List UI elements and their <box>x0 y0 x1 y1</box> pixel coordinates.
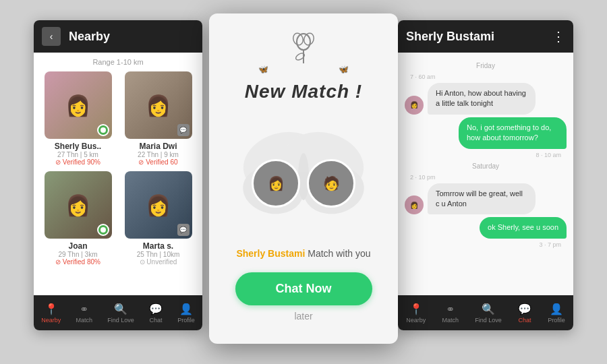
svg-point-0 <box>297 34 310 50</box>
nearby-title: Nearby <box>69 30 110 44</box>
msg-bubble-2: No, i got something to do, how about tom… <box>459 117 567 149</box>
nearby-header: ‹ Nearby <box>34 20 202 53</box>
chat-screen: Sherly Bustami ⋮ Friday 7 · 60 am 👩 Hi A… <box>398 20 573 330</box>
range-label: Range 1-10 km <box>34 53 202 69</box>
chat-avatar-small: 👩 <box>405 96 424 115</box>
msg-row-4: ok Sherly, see u soon <box>405 217 567 238</box>
time-1: 7 · 60 am <box>410 73 567 80</box>
chat-avatar-small-2: 👩 <box>405 195 424 214</box>
nav-profile[interactable]: 👤 Profile <box>177 303 195 324</box>
nearby-screen: ‹ Nearby Range 1-10 km 👩 Sherly Bus.. 27… <box>34 20 202 330</box>
match-avatars: 👩 🧑 <box>252 159 355 208</box>
butterfly-area: 👩 🧑 <box>229 116 378 237</box>
nearby-card-1[interactable]: 👩 Sherly Bus.. 27 Thn | 5 km ⊘ Verified … <box>40 71 115 166</box>
msg-row-3: 👩 Tomrrow will be great, well c u Anton <box>405 183 567 215</box>
chat-icon: 💬 <box>149 303 163 315</box>
right-match-icon: ⚭ <box>446 303 455 315</box>
rose-icon <box>289 30 318 65</box>
avatar-4: 👩 💬 <box>125 171 192 239</box>
msg-row-2: No, i got something to do, how about tom… <box>405 117 567 149</box>
nearby-card-3[interactable]: 👩 Joan 29 Thn | 3km ⊘ Verified 80% <box>40 171 115 266</box>
nearby-card-4[interactable]: 👩 💬 Marta s. 25 Thn | 10km ⊙ Unverified <box>121 171 196 266</box>
nav-findlove[interactable]: 🔍 Find Love <box>107 303 134 324</box>
chat-badge-2: 💬 <box>177 124 190 136</box>
time-2: 8 · 10 am <box>405 152 561 158</box>
day-saturday: Saturday <box>405 162 567 170</box>
match-avatar-1: 👩 <box>252 159 300 208</box>
chat-header: Sherly Bustami ⋮ <box>398 20 573 53</box>
user-name-2: Maria Dwi <box>139 142 177 151</box>
right-nearby-icon: 📍 <box>409 303 423 315</box>
right-bottom-nav: 📍 Nearby ⚭ Match 🔍 Find Love 💬 Chat 👤 Pr… <box>398 295 573 330</box>
msg-bubble-4: ok Sherly, see u soon <box>480 217 567 238</box>
butterfly-decor: 🦋 🦋 <box>245 65 362 78</box>
right-nav-nearby[interactable]: 📍 Nearby <box>406 303 426 324</box>
later-button[interactable]: later <box>294 311 312 322</box>
more-options-icon[interactable]: ⋮ <box>552 28 565 44</box>
chat-now-button[interactable]: Chat Now <box>235 272 372 305</box>
user-name-1: Sherly Bus.. <box>55 142 101 151</box>
match-description: Sherly Bustami Match with you <box>236 248 370 259</box>
match-screen: 🦋 🦋 New Match ! 👩 <box>209 13 398 344</box>
nav-chat[interactable]: 💬 Chat <box>149 303 163 324</box>
nearby-icon: 📍 <box>45 303 58 315</box>
match-top: 🦋 🦋 New Match ! <box>231 13 376 111</box>
user-verify-4: ⊙ Unverified <box>140 258 177 266</box>
user-meta-3: 29 Thn | 3km <box>59 251 98 258</box>
findlove-icon: 🔍 <box>114 303 127 315</box>
online-badge-1 <box>97 124 109 136</box>
time-4: 3 · 7 pm <box>405 241 561 248</box>
avatar-3: 👩 <box>45 171 112 239</box>
user-meta-4: 25 Thn | 10km <box>137 251 180 258</box>
day-friday: Friday <box>405 62 567 69</box>
avatar-2: 👩 💬 <box>125 71 192 139</box>
user-verify-3: ⊘ Verified 80% <box>55 258 100 266</box>
profile-icon: 👤 <box>179 303 193 315</box>
user-verify-1: ⊘ Verified 90% <box>55 158 100 166</box>
right-nav-findlove[interactable]: 🔍 Find Love <box>475 303 502 324</box>
chat-badge-4: 💬 <box>177 224 190 236</box>
match-avatar-2: 🧑 <box>307 159 355 208</box>
chat-messages: Friday 7 · 60 am 👩 Hi Anton, how about h… <box>398 53 573 295</box>
user-name-4: Marta s. <box>143 241 173 251</box>
right-profile-icon: 👤 <box>550 303 563 315</box>
right-chat-icon: 💬 <box>518 303 531 315</box>
right-nav-chat[interactable]: 💬 Chat <box>518 303 531 324</box>
match-icon: ⚭ <box>80 303 88 315</box>
nav-match[interactable]: ⚭ Match <box>76 303 92 324</box>
avatar-1: 👩 <box>45 71 112 139</box>
nearby-card-2[interactable]: 👩 💬 Maria Dwi 22 Thn | 9 km ⊘ Verified 6… <box>121 71 196 166</box>
user-meta-1: 27 Thn | 5 km <box>57 151 98 158</box>
nav-nearby[interactable]: 📍 Nearby <box>41 303 61 324</box>
chat-title: Sherly Bustami <box>406 30 494 44</box>
right-nav-match[interactable]: ⚭ Match <box>442 303 459 324</box>
user-meta-2: 22 Thn | 9 km <box>138 151 179 158</box>
left-bottom-nav: 📍 Nearby ⚭ Match 🔍 Find Love 💬 Chat 👤 Pr… <box>34 295 202 330</box>
user-verify-2: ⊘ Verified 60 <box>138 158 177 166</box>
nearby-grid: 👩 Sherly Bus.. 27 Thn | 5 km ⊘ Verified … <box>34 69 202 272</box>
back-button[interactable]: ‹ <box>42 27 61 46</box>
match-title: New Match ! <box>245 81 362 102</box>
right-nav-profile[interactable]: 👤 Profile <box>548 303 565 324</box>
online-badge-3 <box>97 224 109 236</box>
right-findlove-icon: 🔍 <box>482 303 495 315</box>
msg-bubble-3: Tomrrow will be great, well c u Anton <box>428 183 536 215</box>
screens-container: ‹ Nearby Range 1-10 km 👩 Sherly Bus.. 27… <box>0 0 607 364</box>
msg-bubble-1: Hi Anton, how about having a little talk… <box>428 83 536 115</box>
msg-row-1: 👩 Hi Anton, how about having a little ta… <box>405 83 567 115</box>
match-username: Sherly Bustami <box>236 248 305 259</box>
time-3: 2 · 10 pm <box>410 174 567 181</box>
user-name-3: Joan <box>68 241 87 251</box>
